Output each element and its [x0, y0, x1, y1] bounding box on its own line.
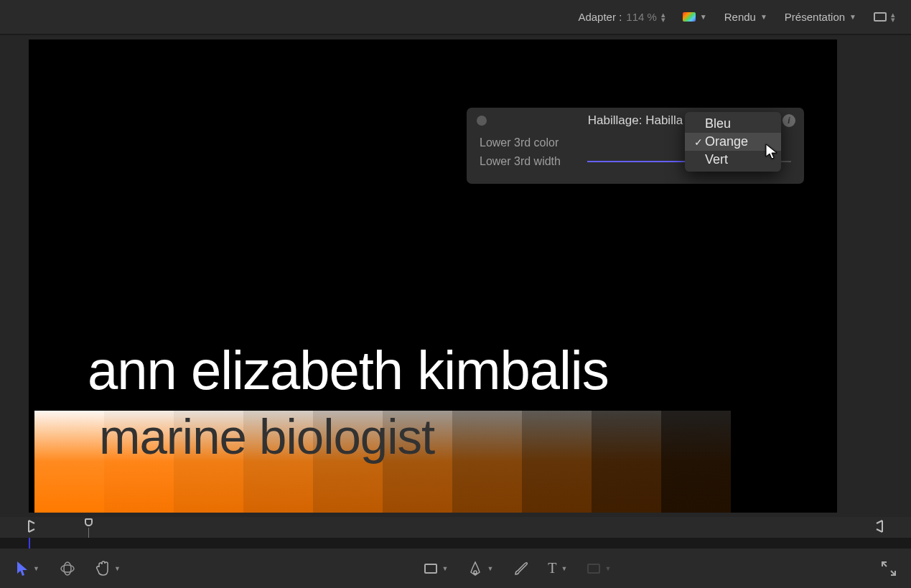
fullscreen-toggle[interactable] — [881, 561, 897, 577]
stepper-arrows-icon: ▴▾ — [891, 12, 895, 22]
mask-tool[interactable]: ▼ — [587, 564, 611, 574]
mask-icon — [587, 564, 600, 574]
lower-third-name: ann elizabeth kimbalis — [88, 339, 609, 401]
timeline-marker — [29, 538, 30, 549]
color-dropdown[interactable]: Bleu ✓ Orange Vert — [685, 112, 781, 172]
chevron-down-icon: ▼ — [849, 13, 856, 21]
dropdown-item-bleu[interactable]: Bleu — [685, 115, 781, 133]
presentation-label: Présentation — [785, 11, 845, 23]
pan-tool[interactable]: ▼ — [95, 561, 121, 577]
lower-third-bar: marine biologist — [34, 411, 731, 513]
mini-timeline[interactable] — [0, 538, 911, 549]
out-point-marker-icon[interactable] — [875, 519, 884, 536]
hud-handle-icon — [477, 116, 487, 126]
color-spectrum-icon — [683, 12, 696, 22]
dropdown-item-orange[interactable]: ✓ Orange — [685, 133, 781, 151]
dropdown-item-vert[interactable]: Vert — [685, 151, 781, 169]
svg-point-1 — [64, 562, 71, 575]
chevron-down-icon: ▼ — [114, 565, 121, 572]
orbit-tool[interactable] — [60, 561, 75, 577]
check-icon: ✓ — [692, 136, 705, 148]
pen-tool[interactable]: ▼ — [468, 561, 493, 577]
chevron-down-icon: ▼ — [33, 565, 39, 572]
render-menu[interactable]: Rendu ▼ — [724, 11, 767, 23]
rectangle-tool[interactable]: ▼ — [424, 564, 448, 574]
color-channel-menu[interactable]: ▼ — [683, 12, 707, 22]
chevron-down-icon: ▼ — [561, 565, 568, 572]
dropdown-item-label: Orange — [705, 134, 748, 149]
chevron-down-icon: ▼ — [442, 565, 448, 572]
text-tool[interactable]: T ▼ — [548, 560, 567, 577]
chevron-down-icon: ▼ — [604, 565, 611, 572]
info-icon[interactable]: i — [782, 114, 795, 127]
clapperboard-icon — [874, 12, 887, 22]
adapter-value: 114 % — [626, 11, 657, 23]
clapper-menu[interactable]: ▴▾ — [874, 12, 895, 22]
chevron-down-icon: ▼ — [760, 13, 767, 21]
in-point-marker-icon[interactable] — [27, 519, 36, 536]
playhead[interactable] — [85, 518, 93, 526]
adapter-label: Adapter : — [578, 11, 622, 23]
chevron-down-icon: ▼ — [700, 13, 707, 21]
text-t-icon: T — [548, 560, 556, 577]
presentation-menu[interactable]: Présentation ▼ — [785, 11, 856, 23]
slider-fill — [587, 161, 696, 162]
playhead-head-icon — [85, 518, 93, 526]
fit-zoom-control[interactable]: Adapter : 114 % ▴▾ — [578, 11, 665, 23]
svg-point-0 — [61, 565, 74, 572]
render-label: Rendu — [724, 11, 756, 23]
dropdown-item-label: Vert — [705, 152, 728, 167]
stepper-arrows-icon: ▴▾ — [661, 12, 665, 22]
top-toolbar: Adapter : 114 % ▴▾ ▼ Rendu ▼ Présentatio… — [0, 0, 911, 34]
brush-tool[interactable] — [513, 561, 528, 577]
timeline-ruler[interactable] — [0, 517, 911, 538]
hud-color-label: Lower 3rd color — [480, 136, 587, 149]
lower-third-role: marine biologist — [99, 409, 434, 465]
rectangle-icon — [424, 564, 437, 574]
chevron-down-icon: ▼ — [487, 565, 493, 572]
bottom-toolbar: ▼ ▼ ▼ ▼ T ▼ ▼ — [0, 549, 911, 588]
select-tool[interactable]: ▼ — [16, 561, 39, 577]
dropdown-item-label: Bleu — [705, 116, 731, 131]
hud-width-label: Lower 3rd width — [480, 155, 587, 168]
